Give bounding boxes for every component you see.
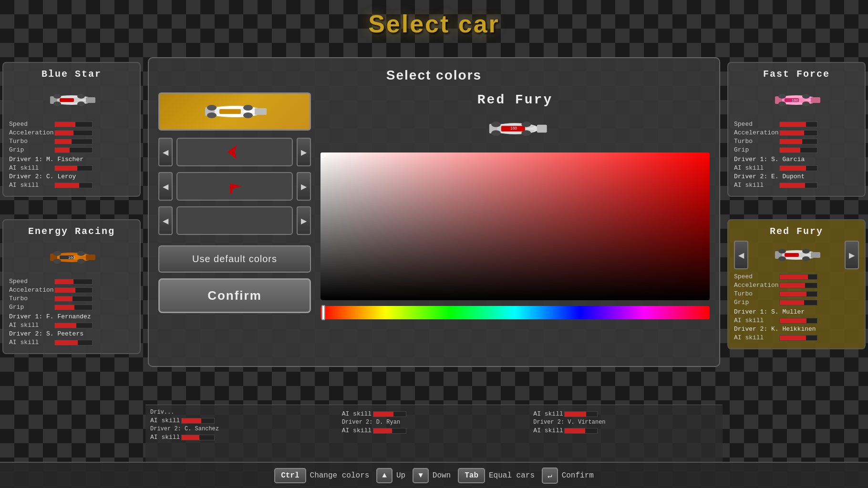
color3-next-btn[interactable]: ▶ [297,172,311,201]
svg-text:160: 160 [792,98,798,102]
select-colors-modal: Select colors [148,57,720,367]
bottom-toolbar: Ctrl Change colors ▲ Up ▼ Down Tab Equal… [0,462,868,488]
svg-point-16 [53,251,61,256]
enter-key[interactable]: ↵ [542,468,558,484]
color-gradient-dark [320,152,710,300]
red-fury-car-image [748,241,845,269]
svg-point-28 [778,102,786,106]
color2-swatch[interactable] [176,138,293,166]
selected-car-preview: 160 [479,112,551,145]
confirm-toolbar-label: Confirm [562,471,594,480]
svg-point-39 [778,256,786,261]
card-energy-racing: Energy Racing 160 Speed [2,219,141,354]
primary-color-swatch[interactable] [158,92,311,131]
color2-next-btn[interactable]: ▶ [297,138,311,166]
bottom-drivers-bar: Driv... AI skill Driver 2: C. Sanchez AI… [145,405,723,462]
toolbar-confirm: ↵ Confirm [542,468,594,484]
selected-car-title: Red Fury [320,92,710,107]
up-label: Up [396,471,405,480]
page-title: Select car [0,0,868,45]
color-gradient-box[interactable] [320,152,710,300]
equal-cars-label: Equal cars [489,471,535,480]
svg-point-41 [802,256,810,261]
color3-swatch[interactable] [176,172,293,201]
svg-point-7 [53,102,61,106]
svg-point-18 [77,251,85,256]
color3-prev-btn[interactable]: ◀ [158,172,173,201]
color4-next-btn[interactable]: ▶ [297,206,311,235]
svg-point-29 [802,94,810,99]
hue-slider-thumb [321,305,325,320]
svg-rect-25 [811,97,820,103]
energy-car-svg: 160 [41,243,103,272]
blue-star-car-svg [41,86,103,114]
accel-bar [55,131,73,135]
hue-slider[interactable] [320,306,710,319]
blue-star-grip-row: Grip [9,146,134,153]
right-color-panel: Red Fury 160 [320,92,710,319]
confirm-button[interactable]: Confirm [158,278,311,313]
turbo-bar [55,139,72,144]
down-label: Down [433,471,451,480]
blue-star-accel-row: Acceleration [9,129,134,136]
up-arrow-key[interactable]: ▲ [376,468,393,483]
card-fast-force: Fast Force 160 Speed Acceler [727,62,866,197]
ctrl-key[interactable]: Ctrl [274,468,306,483]
svg-rect-59 [537,125,547,133]
red-fury-driver1: Driver 1: S. Muller AI skill Driver 2: K… [734,308,859,341]
svg-point-27 [778,94,786,99]
svg-rect-47 [219,109,241,114]
modal-title: Select colors [158,68,710,83]
svg-marker-54 [232,184,242,189]
speed-bar [55,122,75,127]
svg-point-62 [491,130,501,136]
fast-force-image: 160 [734,83,859,117]
use-default-colors-button[interactable]: Use default colors [158,245,311,273]
color-row-3: ◀ ▶ [158,172,311,201]
speed-bar-container [54,122,93,127]
fast-force-driver1: Driver 1: S. Garcia AI skill Driver 2: E… [734,156,859,189]
svg-text:160: 160 [68,255,75,260]
accel-label: Acceleration [9,129,54,136]
blue-star-image [9,83,134,117]
card-blue-star: Blue Star Spee [2,62,141,197]
svg-point-30 [802,102,810,106]
svg-point-50 [243,105,253,111]
turbo-label: Turbo [9,138,54,145]
color-picker[interactable] [320,152,710,319]
speed-label: Speed [9,121,54,128]
svg-rect-14 [86,254,95,260]
blue-star-title: Blue Star [9,69,134,80]
color-select-area: ◀ ▶ ◀ [158,92,710,319]
color-swatches-panel: ◀ ▶ ◀ [158,92,311,319]
svg-rect-46 [255,108,267,115]
main-content: Select car Blue Star [0,0,868,488]
fast-force-car-svg: 160 [765,86,827,114]
toolbar-ctrl: Ctrl Change colors [274,468,369,483]
blue-star-speed-row: Speed [9,121,134,128]
grip-label: Grip [9,146,54,153]
color-row-4: ◀ ▶ [158,206,311,235]
down-arrow-key[interactable]: ▼ [413,468,429,483]
red-fury-prev-button[interactable]: ◀ [734,241,748,269]
toolbar-down: ▼ Down [413,468,451,483]
svg-rect-4 [86,97,95,103]
red-fury-title: Red Fury [734,226,859,237]
tab-key[interactable]: Tab [458,468,485,483]
svg-point-64 [521,130,531,136]
svg-rect-5 [60,98,74,102]
toolbar-up: ▲ Up [376,468,405,483]
toolbar-tab: Tab Equal cars [458,468,535,483]
color4-swatch[interactable] [176,206,293,235]
color-gradient-inner [320,152,710,300]
color4-prev-btn[interactable]: ◀ [158,206,173,235]
grip-bar [55,148,70,152]
svg-point-17 [53,259,61,264]
turbo-bar-container [54,139,93,144]
svg-point-19 [77,259,85,264]
svg-text:160: 160 [510,126,517,131]
red-fury-next-button[interactable]: ▶ [845,241,859,269]
svg-marker-52 [227,145,237,159]
color-row-2: ◀ ▶ [158,138,311,166]
color2-prev-btn[interactable]: ◀ [158,138,173,166]
